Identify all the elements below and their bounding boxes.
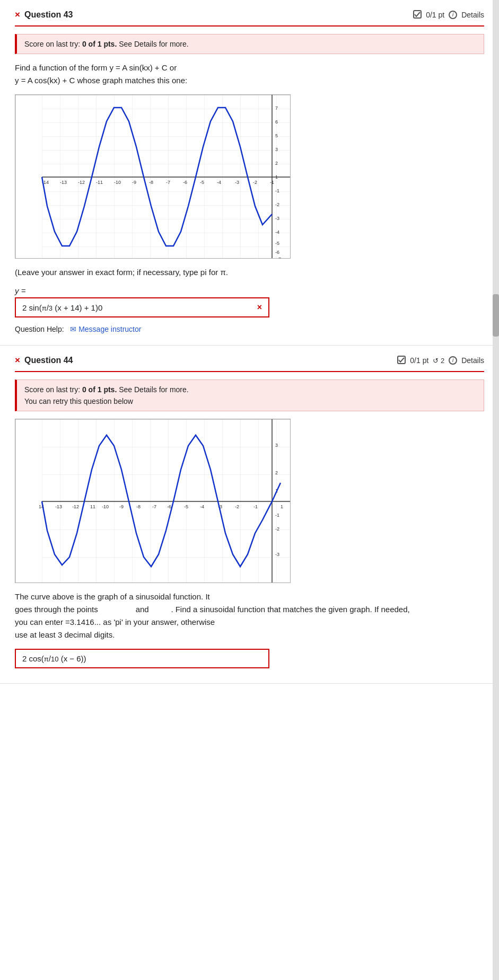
svg-text:-5: -5 [200,180,204,185]
question-44-retry-text: You can retry this question below [24,397,476,405]
svg-text:-2: -2 [253,180,257,185]
svg-text:-3: -3 [275,552,279,557]
question-43-text-line1: Find a function of the form y = A sin(kx… [15,61,484,74]
graph-44-svg: 14 -13 -12 11 -10 -9 -8 -7 -6 -5 -4 -3 -… [15,419,291,583]
question-43-header-left: × Question 43 [15,10,73,20]
question-43-block: × Question 43 0/1 pt i Details Score on … [0,0,499,346]
retry-icon[interactable]: ↺ 2 [433,357,444,365]
svg-text:-4: -4 [200,504,204,509]
question-44-score-text: Score on last try: [24,385,80,394]
question-43-message-link[interactable]: Message instructor [78,325,141,333]
svg-text:-8: -8 [149,180,153,185]
question-43-score-suffix: See Details for more. [119,40,189,48]
question-43-help: Question Help: ✉ Message instructor [15,325,484,333]
question-44-score-box: Score on last try: 0 of 1 pts. See Detai… [15,379,484,411]
svg-text:6: 6 [275,119,278,125]
question-43-graph: -14 -13 -12 -11 -10 -9 -8 -7 -6 -5 -4 -3… [15,94,291,259]
question-44-graph: 14 -13 -12 11 -10 -9 -8 -7 -6 -5 -4 -3 -… [15,419,291,583]
graph-43-svg: -14 -13 -12 -11 -10 -9 -8 -7 -6 -5 -4 -3… [15,95,291,259]
question-43-clear-btn[interactable]: × [257,303,262,312]
svg-text:-9: -9 [119,504,124,509]
svg-text:-11: -11 [96,180,103,185]
question-43-title: Question 43 [24,10,73,20]
svg-text:-1: -1 [270,180,274,185]
svg-text:-7: -7 [166,180,170,185]
svg-text:-12: -12 [72,504,79,509]
svg-text:-6: -6 [275,250,279,255]
question-43-note: (Leave your answer in exact form; if nec… [15,266,484,279]
svg-text:3: 3 [275,443,278,448]
question-44-answer-text: 2 cos(π/10 (x − 6)) [22,654,86,663]
question-44-header-right: 0/1 pt ↺ 2 i Details [397,356,484,366]
svg-text:-9: -9 [132,180,136,185]
svg-text:-12: -12 [78,180,85,185]
question-43-body: Find a function of the form y = A sin(kx… [15,61,484,87]
svg-text:-2: -2 [275,526,279,532]
question-43-help-label: Question Help: [15,325,64,333]
question-43-score-text: Score on last try: [24,40,80,48]
svg-text:2: 2 [275,161,278,166]
scrollbar[interactable] [493,0,499,980]
svg-text:-3: -3 [235,180,239,185]
question-44-header: × Question 44 0/1 pt ↺ 2 i Details [15,355,484,372]
svg-text:-3: -3 [275,216,279,221]
svg-text:-4: -4 [275,229,279,235]
question-43-x-mark: × [15,10,20,20]
question-43-answer-area: y = 2 sin(π/3 (x + 14) + 1)0 × [15,286,484,317]
svg-text:-7: -7 [152,504,156,509]
question-44-block: × Question 44 0/1 pt ↺ 2 i Details Score… [0,346,499,684]
svg-text:1: 1 [275,174,278,180]
question-44-info-icon[interactable]: i [449,356,457,365]
question-44-body: The curve above is the graph of a sinuso… [15,590,484,641]
question-43-answer-text: 2 sin(π/3 (x + 14) + 1)0 [22,303,257,312]
svg-text:-6: -6 [167,504,171,509]
svg-text:-5: -5 [275,241,279,246]
page-container: × Question 43 0/1 pt i Details Score on … [0,0,499,980]
svg-text:7: 7 [275,105,278,111]
question-44-score-value: 0 of 1 pts. [82,385,117,394]
svg-text:-1: -1 [275,188,279,193]
svg-text:-6: -6 [183,180,187,185]
question-43-answer-input[interactable]: 2 sin(π/3 (x + 14) + 1)0 × [15,297,269,317]
question-43-details-label[interactable]: Details [461,11,484,19]
question-43-answer-label: y = [15,286,484,295]
question-44-answer-area: 2 cos(π/10 (x − 6)) [15,649,484,668]
svg-text:-10: -10 [102,504,109,509]
question-44-score-label: 0/1 pt [410,356,428,365]
question-44-answer-input[interactable]: 2 cos(π/10 (x − 6)) [15,649,269,668]
question-43-score-label: 0/1 pt [426,11,444,19]
svg-text:-2: -2 [275,202,279,207]
checkbox-icon [413,10,422,20]
svg-text:-1: -1 [275,513,279,518]
svg-text:11: 11 [90,504,95,509]
svg-text:5: 5 [275,133,278,138]
svg-text:1: 1 [281,504,283,509]
svg-text:-2: -2 [235,504,239,509]
scrollbar-thumb[interactable] [493,294,499,337]
question-43-text-line2: y = A cos(kx) + C whose graph matches th… [15,74,484,87]
svg-text:-10: -10 [114,180,121,185]
question-44-header-left: × Question 44 [15,355,73,366]
svg-text:-7: -7 [277,257,281,259]
question-43-info-icon[interactable]: i [449,11,457,19]
question-44-title: Question 44 [24,356,73,365]
question-44-curve-text3: you can enter =3.1416... as 'pi' in your… [15,616,484,629]
question-43-score-box: Score on last try: 0 of 1 pts. See Detai… [15,34,484,54]
svg-text:-5: -5 [184,504,188,509]
question-44-score-suffix: See Details for more. [119,385,189,394]
svg-text:-1: -1 [253,504,258,509]
svg-text:-4: -4 [217,180,221,185]
svg-text:2: 2 [275,470,278,475]
question-44-curve-text4: use at least 3 decimal digits. [15,629,484,641]
question-44-details-label[interactable]: Details [461,356,484,365]
svg-text:3: 3 [275,147,278,152]
svg-text:-13: -13 [60,180,67,185]
svg-text:-8: -8 [136,504,141,509]
question-44-curve-text2: goes through the points and . Find a sin… [15,603,484,616]
checkbox-icon-44 [397,356,406,366]
svg-text:-13: -13 [55,504,62,509]
question-43-header-right: 0/1 pt i Details [413,10,484,20]
question-43-header: × Question 43 0/1 pt i Details [15,10,484,27]
envelope-icon: ✉ [70,325,76,333]
question-44-x-mark: × [15,355,20,366]
